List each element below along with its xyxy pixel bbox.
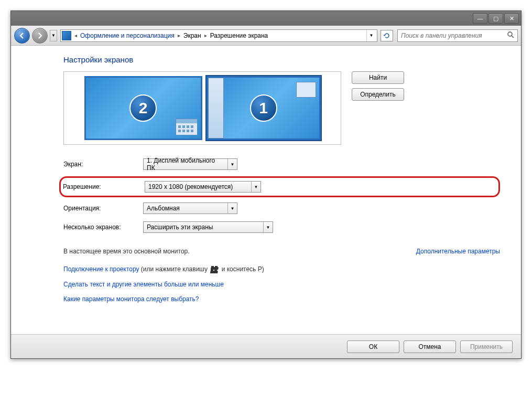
svg-rect-9 — [187, 130, 189, 132]
breadcrumb-appearance[interactable]: Оформление и персонализация — [79, 32, 176, 39]
orientation-select[interactable]: Альбомная ▼ — [143, 203, 237, 214]
projector-link[interactable]: Подключение к проектору — [63, 265, 139, 273]
svg-rect-2 — [176, 119, 197, 123]
svg-rect-6 — [191, 125, 193, 128]
chevron-down-icon[interactable]: ▼ — [251, 182, 260, 192]
svg-rect-10 — [191, 130, 193, 132]
chevron-left-icon[interactable]: ◂ — [72, 33, 79, 38]
control-panel-icon — [62, 31, 71, 40]
svg-rect-3 — [178, 125, 181, 128]
monitor-number: 2 — [129, 94, 157, 122]
taskbar-preview-icon — [176, 119, 198, 135]
content-area: Настройки экранов 2 1 Найти Определить — [11, 46, 521, 334]
nav-history-dropdown[interactable]: ▼ — [50, 30, 57, 41]
monitor-arrangement[interactable]: 2 1 — [63, 71, 341, 145]
chevron-down-icon[interactable]: ▼ — [227, 203, 237, 214]
breadcrumb-dropdown[interactable]: ▼ — [366, 30, 376, 41]
ok-button[interactable]: ОК — [347, 340, 399, 353]
page-title: Настройки экранов — [63, 55, 500, 64]
search-box[interactable] — [397, 29, 518, 42]
maximize-button[interactable]: ▢ — [488, 13, 503, 24]
identify-button[interactable]: Определить — [352, 88, 404, 101]
forward-button[interactable] — [32, 28, 48, 44]
svg-line-1 — [512, 36, 514, 38]
back-button[interactable] — [14, 28, 30, 44]
breadcrumb[interactable]: ◂ Оформление и персонализация ▸ Экран ▸ … — [60, 29, 377, 42]
close-button[interactable]: ✕ — [504, 13, 519, 24]
projector-hint-a: (или нажмите клавишу — [139, 265, 210, 273]
search-icon[interactable] — [507, 31, 515, 40]
multi-value: Расширить эти экраны — [147, 224, 263, 231]
window: — ▢ ✕ ▼ ◂ Оформление и персонализация ▸ … — [10, 10, 522, 359]
svg-rect-7 — [178, 130, 181, 132]
monitor-1[interactable]: 1 — [207, 76, 321, 140]
screen-value: 1. Дисплей мобильного ПК — [147, 157, 227, 172]
window-preview-icon — [296, 82, 316, 98]
multi-label: Несколько экранов: — [63, 224, 143, 231]
apply-button[interactable]: Применить — [460, 340, 513, 353]
svg-rect-5 — [187, 125, 189, 128]
monitor-2[interactable]: 2 — [84, 76, 202, 140]
resolution-row-highlight: Разрешение: 1920 x 1080 (рекомендуется) … — [59, 176, 500, 197]
screen-label: Экран: — [63, 161, 143, 168]
refresh-button[interactable] — [381, 30, 393, 41]
cancel-button[interactable]: Отмена — [404, 340, 456, 353]
search-input[interactable] — [400, 31, 507, 40]
chevron-right-icon[interactable]: ▸ — [176, 33, 182, 38]
chevron-down-icon[interactable]: ▼ — [227, 159, 237, 169]
text-size-link[interactable]: Сделать текст и другие элементы больше и… — [63, 281, 500, 288]
footer: ОК Отмена Применить — [11, 334, 521, 358]
breadcrumb-resolution[interactable]: Разрешение экрана — [209, 32, 269, 39]
find-button[interactable]: Найти — [352, 71, 404, 84]
resolution-select[interactable]: 1920 x 1080 (рекомендуется) ▼ — [145, 181, 261, 193]
orientation-label: Ориентация: — [63, 205, 143, 212]
windows-key-icon — [210, 266, 219, 273]
taskbar-preview-icon — [208, 78, 224, 139]
breadcrumb-screen[interactable]: Экран — [182, 32, 202, 39]
resolution-label: Разрешение: — [63, 183, 145, 190]
navbar: ▼ ◂ Оформление и персонализация ▸ Экран … — [11, 26, 521, 46]
chevron-down-icon[interactable]: ▼ — [263, 222, 273, 232]
primary-monitor-note: В настоящее время это основной монитор. — [63, 248, 190, 255]
multi-screen-select[interactable]: Расширить эти экраны ▼ — [143, 221, 273, 233]
titlebar: — ▢ ✕ — [11, 11, 521, 26]
chevron-right-icon[interactable]: ▸ — [202, 33, 209, 38]
svg-rect-4 — [182, 125, 185, 128]
svg-point-0 — [508, 32, 512, 36]
projector-hint-b: и коснитесь P) — [220, 265, 264, 273]
which-settings-link[interactable]: Какие параметры монитора следует выбрать… — [63, 295, 500, 303]
monitor-number: 1 — [250, 94, 277, 122]
resolution-value: 1920 x 1080 (рекомендуется) — [148, 183, 251, 190]
screen-select[interactable]: 1. Дисплей мобильного ПК ▼ — [143, 158, 237, 170]
svg-rect-8 — [182, 130, 185, 132]
orientation-value: Альбомная — [147, 205, 227, 212]
minimize-button[interactable]: — — [473, 13, 487, 24]
advanced-settings-link[interactable]: Дополнительные параметры — [416, 248, 500, 255]
